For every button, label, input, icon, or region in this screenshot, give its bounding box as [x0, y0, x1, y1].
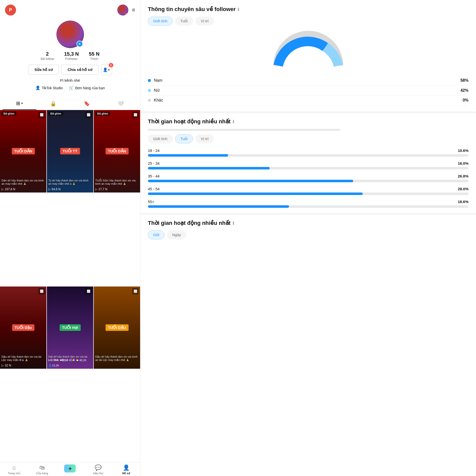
bar-pct-35-44: 26.8% — [458, 174, 468, 178]
cart-icon: 🛒 — [69, 85, 74, 90]
video-grid: Đã ghim ⬜ TUỔI DẦN Dần ơi! hãy thành tâm… — [0, 110, 140, 462]
video-title-6: TUỔI DẬU — [106, 324, 129, 331]
create-button[interactable]: + — [64, 464, 76, 472]
dot-nu — [148, 89, 151, 92]
video-views-2: ▷64,6 N — [48, 187, 60, 191]
bar-track-25-34 — [148, 167, 468, 169]
tiktok-icon: 👤 — [35, 85, 40, 90]
video-title-3: TUỔI DẦN — [106, 148, 129, 154]
video-item-2[interactable]: Đã ghim ⬜ TUỔI TÝ Tý ơi! hãy thành tâm x… — [47, 110, 93, 193]
gender-legend: Nam 58% Nữ 42% Khác 0% — [148, 76, 468, 105]
shop-icon: 🛍 — [39, 464, 45, 471]
profile-section: + 2 Đã follow 15,3 N Follower 55 N Thích… — [0, 18, 140, 97]
nav-inbox-label: Hộp thư — [93, 472, 103, 475]
video-item-4[interactable]: ⬜ TUỔI Dậu Dậu ơi! hãy thành tâm xin vía… — [0, 287, 46, 369]
tab-placeholder — [148, 129, 340, 131]
legend-item-nam: Nam 58% — [148, 76, 468, 85]
bar-fill-45-54 — [148, 193, 363, 195]
nav-profile[interactable]: 👤 Hồ sơ — [112, 464, 140, 475]
tab-private[interactable]: 🔒 — [36, 97, 70, 110]
legend-label-nam: Nam — [154, 78, 460, 83]
video-item-3[interactable]: Đã ghim ⬜ TUỔI DẦN TUỔI Sửu! hãy thành t… — [94, 110, 140, 193]
plus-icon: + — [68, 465, 72, 472]
video-views-3: ▷27,7 N — [95, 187, 107, 191]
tab-liked[interactable]: 🤍 — [104, 97, 138, 110]
activity-section2-title: Thời gian hoạt động nhiều nhất ℹ — [148, 220, 468, 226]
activity-tab-gender[interactable]: Giới tính — [148, 134, 173, 143]
time-tab-gio[interactable]: Giờ — [148, 230, 164, 239]
video-desc-1: Dần ơi! hãy thành tâm xin vía bình an ma… — [2, 179, 45, 185]
likes-stat: 55 N Thích — [89, 51, 100, 61]
activity-filter-tabs: Giới tính Tuổi Vị trí — [148, 134, 468, 143]
filter-tab-gender[interactable]: Giới tính — [148, 17, 173, 26]
video-item-6[interactable]: ⬜ TUỔI DẬU Dậu ơi! hãy thành tâm xin vía… — [94, 287, 140, 369]
add-friend-button[interactable]: 👤+ 2 — [101, 64, 112, 75]
tab-grid[interactable]: ⊞ ▾ — [3, 97, 36, 110]
save-icon-1: ⬜ — [38, 112, 45, 118]
dot-nam — [148, 79, 151, 82]
bar-pct-45-54: 28.0% — [458, 187, 468, 191]
nav-inbox[interactable]: 💬 Hộp thư — [84, 464, 112, 475]
lock-icon: 🔒 — [50, 101, 56, 107]
avatar-large[interactable]: + — [56, 21, 84, 48]
video-desc-6: Dậu ơi! hãy thành tâm xin vía bình an tà… — [95, 355, 139, 362]
filter-tab-age[interactable]: Tuổi — [175, 17, 193, 26]
gender-chart — [148, 31, 468, 71]
tiktok-studio-link[interactable]: 👤 TikTok Studio — [35, 85, 63, 90]
stats-row: 2 Đã follow 15,3 N Follower 55 N Thích — [41, 51, 100, 61]
orders-link[interactable]: 🛒 Đơn hàng của bạn — [69, 85, 105, 90]
bookmark-icon: 🔖 — [84, 101, 90, 107]
follower-section-title: Thông tin chuyên sâu về follower ℹ — [148, 6, 468, 13]
bar-35-44: 35 - 44 26.8% — [148, 174, 468, 182]
video-item-5[interactable]: ⬜ TUỔI Hợi Hợi ơi! hãy thành tâm xin vía… — [47, 287, 93, 369]
tab-dropdown-icon: ▾ — [21, 102, 23, 105]
nav-create[interactable]: + — [56, 464, 84, 475]
legend-item-nu: Nữ 42% — [148, 85, 468, 96]
left-panel: P 99 ≡ + 2 Đã follow 15,3 N Follower 55 … — [0, 0, 140, 476]
inbox-icon: 💬 — [95, 464, 102, 471]
bottom-nav: ⌂ Trang chủ 🛍 Cửa hàng + 💬 Hộp thư 👤 Hồ … — [0, 462, 140, 476]
likes-count: 55 N — [89, 51, 100, 57]
donut-svg — [273, 31, 343, 71]
bar-25-34: 25 - 34 16.0% — [148, 161, 468, 169]
video-desc-3: TUỔI Sửu! hãy thành tâm xin vía bình an … — [95, 179, 139, 185]
bar-18-24: 18 - 24 10.6% — [148, 148, 468, 157]
legend-pct-nam: 58% — [460, 78, 468, 83]
video-item-1[interactable]: Đã ghim ⬜ TUỔI DẦN Dần ơi! hãy thành tâm… — [0, 110, 46, 193]
bar-label-35-44: 35 - 44 — [148, 174, 160, 178]
legend-label-nu: Nữ — [154, 88, 460, 93]
filter-tab-location[interactable]: Vị trí — [196, 17, 214, 26]
nav-profile-label: Hồ sơ — [122, 472, 130, 475]
video-title-1: TUỔI DẦN — [12, 148, 35, 154]
menu-icon[interactable]: ≡ — [132, 7, 135, 13]
home-icon: ⌂ — [12, 464, 16, 471]
followers-count: 15,3 N — [64, 51, 79, 57]
activity2-info-icon[interactable]: ℹ — [233, 221, 234, 226]
avatar-plus-icon[interactable]: + — [76, 41, 83, 47]
bar-45-54: 45 - 54 28.0% — [148, 187, 468, 195]
time-tab-ngay[interactable]: Ngày — [167, 230, 186, 239]
bio-text: FI kênh nhé — [60, 78, 80, 82]
follower-info-icon[interactable]: ℹ — [238, 7, 239, 12]
share-profile-button[interactable]: Chia sẻ hồ sơ — [61, 65, 99, 75]
links-row: 👤 TikTok Studio 🛒 Đơn hàng của bạn — [35, 85, 105, 90]
nav-shop[interactable]: 🛍 Cửa hàng — [28, 464, 56, 475]
bar-track-35-44 — [148, 180, 468, 182]
activity-info-icon[interactable]: ℹ — [233, 119, 234, 124]
save-icon-3: ⬜ — [132, 112, 139, 118]
friend-badge: 2 — [109, 63, 113, 67]
nav-shop-label: Cửa hàng — [36, 472, 48, 475]
nav-home[interactable]: ⌂ Trang chủ — [0, 464, 28, 475]
edit-profile-button[interactable]: Sửa hồ sơ — [28, 65, 59, 75]
bar-fill-18-24 — [148, 154, 228, 157]
bar-55-plus: 55+ 18.6% — [148, 200, 468, 208]
video-views-4: ▷32 N — [2, 364, 11, 367]
activity-tab-location[interactable]: Vị trí — [196, 134, 214, 143]
right-panel: Thông tin chuyên sâu về follower ℹ Giới … — [140, 0, 476, 476]
add-friend-icon: 👤+ — [103, 67, 110, 72]
dot-khac — [148, 99, 151, 102]
avatar-header[interactable]: 99 — [117, 5, 128, 16]
activity-tab-age[interactable]: Tuổi — [175, 134, 193, 143]
tab-saved[interactable]: 🔖 — [70, 97, 104, 110]
video-desc-2: Tý ơi! hãy thành tâm xin vía bình an may… — [48, 179, 92, 185]
